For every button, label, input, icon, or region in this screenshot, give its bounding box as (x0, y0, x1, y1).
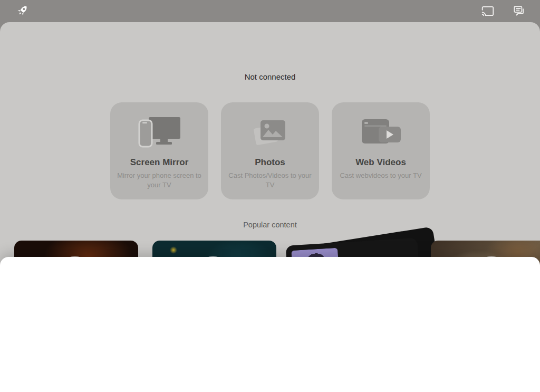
popular-content-heading: Popular content (0, 221, 540, 229)
feature-cards-row: Screen Mirror Mirror your phone screen t… (0, 102, 540, 199)
card-web-videos[interactable]: Web Videos Cast webvideos to your TV (332, 102, 430, 199)
cast-button[interactable] (481, 4, 495, 18)
web-videos-icon (332, 102, 430, 155)
card-subtitle: Mirror your phone screen to your TV (110, 171, 208, 189)
feedback-chat-icon (512, 12, 526, 20)
card-photos[interactable]: Photos Cast Photos/Videos to your TV (221, 102, 319, 199)
card-title: Photos (221, 157, 319, 168)
card-title: Screen Mirror (110, 157, 208, 168)
connection-status: Not connected (0, 72, 540, 81)
cast-icon (481, 12, 495, 20)
select-tv-sheet: Select TV Android TV ? Where's my TV? (0, 257, 540, 392)
top-bar (0, 0, 540, 22)
card-subtitle: Cast webvideos to your TV (332, 171, 430, 180)
card-subtitle: Cast Photos/Videos to your TV (221, 171, 319, 189)
card-screen-mirror[interactable]: Screen Mirror Mirror your phone screen t… (110, 102, 208, 199)
feedback-button[interactable] (512, 4, 526, 18)
card-title: Web Videos (332, 157, 430, 168)
rocket-icon (15, 4, 30, 18)
photos-icon (221, 102, 319, 155)
screen-mirror-icon (110, 102, 208, 155)
